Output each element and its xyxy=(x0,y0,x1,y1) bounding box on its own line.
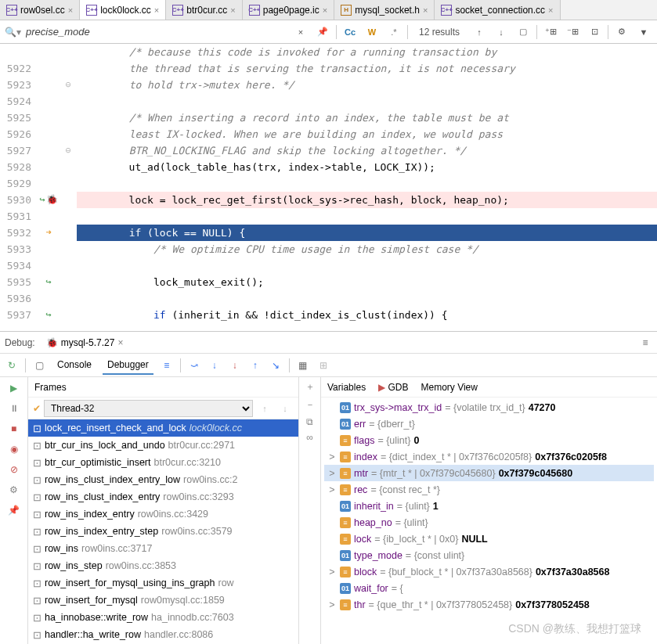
stack-frame[interactable]: ⊡handler::ha_write_row handler.cc:8086 xyxy=(28,626,298,643)
whole-word-button[interactable]: W xyxy=(363,23,381,41)
editor-tab[interactable]: C++socket_connection.cc× xyxy=(435,0,560,20)
code-line[interactable]: if (lock == NULL) { xyxy=(77,225,657,241)
debug-menu-icon[interactable]: ≡ xyxy=(638,336,652,350)
code-line[interactable] xyxy=(77,208,657,225)
close-icon[interactable]: × xyxy=(323,5,327,15)
stack-frame[interactable]: ⊡row_ins_index_entry_step row0ins.cc:357… xyxy=(28,523,298,540)
code-line[interactable]: /* When inserting a record into an index… xyxy=(77,110,657,126)
mute-breakpoints-icon[interactable]: ⊘ xyxy=(6,462,22,477)
code-line[interactable] xyxy=(77,175,657,192)
code-line[interactable] xyxy=(77,93,657,110)
code-line[interactable]: the thread that is serving the transacti… xyxy=(77,60,657,77)
variable-row[interactable]: ≡ heap_no = {ulint} xyxy=(324,514,654,531)
code-line[interactable]: least IX-locked. When we are building an… xyxy=(77,126,657,142)
resume-icon[interactable]: ▶ xyxy=(6,380,22,396)
variable-row[interactable]: ≡ lock = {ib_lock_t * | 0x0} NULL xyxy=(324,531,654,547)
stack-frame[interactable]: ⊡ha_innobase::write_row ha_innodb.cc:760… xyxy=(28,609,298,626)
close-icon[interactable]: × xyxy=(117,337,123,348)
code-line[interactable]: to hold trx->mutex here. */ xyxy=(77,77,657,93)
gdb-tab[interactable]: ▶ GDB xyxy=(378,382,408,393)
variable-row[interactable]: 01 trx_sys->max_trx_id = {volatile trx_i… xyxy=(324,399,654,416)
filter-settings-icon[interactable]: ⚙ xyxy=(613,23,630,41)
console-tab[interactable]: Console xyxy=(52,356,96,375)
variable-row[interactable]: >≡ rec = {const rec_t *} xyxy=(324,481,654,498)
close-icon[interactable]: × xyxy=(548,5,553,15)
thread-selector[interactable]: Thread-32 xyxy=(44,400,253,417)
pause-icon[interactable]: ⏸ xyxy=(6,401,22,416)
next-result-icon[interactable]: ↓ xyxy=(493,23,510,41)
editor-tab[interactable]: C++btr0cur.cc× xyxy=(166,0,242,20)
variable-row[interactable]: >≡ mtr = {mtr_t * | 0x7f379c045680} 0x7f… xyxy=(324,465,654,481)
close-icon[interactable]: × xyxy=(230,5,235,15)
variable-row[interactable]: ≡ flags = {ulint} 0 xyxy=(324,432,654,448)
stack-frame[interactable]: ⊡btr_cur_optimistic_insert btr0cur.cc:32… xyxy=(28,454,298,471)
code-editor[interactable]: 5922592359245925592659275928592959305931… xyxy=(0,44,657,332)
editor-tab[interactable]: Hmysql_socket.h× xyxy=(334,0,435,20)
variable-row[interactable]: 01 inherit_in = {ulint} 1 xyxy=(324,498,654,514)
chevron-icon[interactable]: > xyxy=(327,468,337,479)
view-breakpoints-icon[interactable]: ◉ xyxy=(6,441,22,457)
debug-session-tab[interactable]: 🐞 mysql-5.7.27 × xyxy=(42,336,128,350)
stack-frame[interactable]: ⊡row_insert_for_mysql_using_ins_graph ro… xyxy=(28,574,298,592)
rerun-icon[interactable]: ↻ xyxy=(5,358,19,372)
add-selection-icon[interactable]: ⁺⊞ xyxy=(542,23,559,41)
run-to-cursor-icon[interactable]: ↘ xyxy=(269,358,283,372)
threads-icon[interactable]: ≡ xyxy=(160,358,174,372)
filter-icon[interactable]: ▼ xyxy=(635,23,652,41)
stack-frame[interactable]: ⊡row_ins_step row0ins.cc:3853 xyxy=(28,557,298,574)
close-icon[interactable]: × xyxy=(154,5,159,15)
stack-frame[interactable]: ⊡row_insert_for_mysql row0mysql.cc:1859 xyxy=(28,592,298,609)
step-over-icon[interactable]: ⤻ xyxy=(187,358,201,372)
clear-search-icon[interactable]: × xyxy=(292,23,309,41)
regex-button[interactable]: .* xyxy=(385,23,403,41)
variable-row[interactable]: >≡ thr = {que_thr_t * | 0x7f3778052458} … xyxy=(324,596,654,613)
prev-result-icon[interactable]: ↑ xyxy=(471,23,488,41)
editor-tab[interactable]: C++row0sel.cc× xyxy=(0,0,80,20)
variable-row[interactable]: >≡ index = {dict_index_t * | 0x7f376c020… xyxy=(324,448,654,465)
settings-icon[interactable]: ⊞ xyxy=(316,358,330,372)
search-input[interactable] xyxy=(26,26,287,38)
code-line[interactable]: BTR_NO_LOCKING_FLAG and skip the locking… xyxy=(77,142,657,159)
code-line[interactable]: lock = lock_rec_get_first(lock_sys->rec_… xyxy=(77,192,657,208)
force-step-into-icon[interactable]: ↓ xyxy=(228,358,242,372)
memory-view-tab[interactable]: Memory View xyxy=(421,382,478,393)
export-icon[interactable]: ⊡ xyxy=(586,23,603,41)
code-line[interactable]: if (inherit_in && !dict_index_is_clust(i… xyxy=(77,307,657,323)
chevron-icon[interactable]: > xyxy=(327,567,337,577)
code-line[interactable]: ut_ad(lock_table_has(trx, index->table, … xyxy=(77,159,657,175)
frame-down-icon[interactable]: ↓ xyxy=(276,400,294,417)
close-icon[interactable]: × xyxy=(423,5,428,15)
code-line[interactable]: lock_mutex_exit(); xyxy=(77,274,657,290)
code-line[interactable] xyxy=(77,257,657,274)
code-line[interactable]: /* because this code is invoked for a ru… xyxy=(77,44,657,60)
variable-row[interactable]: 01 wait_for = { xyxy=(324,580,654,596)
stack-frame[interactable]: ⊡row_ins_clust_index_entry row0ins.cc:32… xyxy=(28,488,298,505)
link-icon[interactable]: ∞ xyxy=(306,432,313,443)
chevron-icon[interactable]: > xyxy=(327,599,337,610)
variable-row[interactable]: 01 err = {dberr_t} xyxy=(324,416,654,432)
remove-watch-icon[interactable]: － xyxy=(305,398,315,412)
variable-row[interactable]: >≡ block = {buf_block_t * | 0x7f37a30a85… xyxy=(324,563,654,580)
stop-icon[interactable]: ■ xyxy=(6,421,22,437)
step-into-icon[interactable]: ↓ xyxy=(208,358,222,372)
variable-row[interactable]: 01 type_mode = {const ulint} xyxy=(324,547,654,563)
match-case-button[interactable]: Cc xyxy=(341,23,359,41)
frame-up-icon[interactable]: ↑ xyxy=(256,400,273,417)
pin-panel-icon[interactable]: 📌 xyxy=(6,502,22,518)
editor-tab[interactable]: C++page0page.ic× xyxy=(243,0,335,20)
stack-frame[interactable]: ⊡btr_cur_ins_lock_and_undo btr0cur.cc:29… xyxy=(28,437,298,454)
stack-frame[interactable]: ⊡row_ins_clust_index_entry_low row0ins.c… xyxy=(28,471,298,488)
code-line[interactable]: /* We optimize CPU time usage in the sim… xyxy=(77,241,657,257)
variables-tab[interactable]: Variables xyxy=(327,382,366,393)
copy-icon[interactable]: ⧉ xyxy=(306,416,313,427)
pin-icon[interactable]: 📌 xyxy=(314,23,331,41)
evaluate-icon[interactable]: ▦ xyxy=(296,358,310,372)
debugger-tab[interactable]: Debugger xyxy=(103,356,153,375)
stack-frame[interactable]: ⊡row_ins_index_entry row0ins.cc:3429 xyxy=(28,505,298,523)
step-out-icon[interactable]: ↑ xyxy=(248,358,262,372)
code-line[interactable] xyxy=(77,290,657,307)
editor-tab[interactable]: C++lock0lock.cc× xyxy=(80,0,166,20)
close-icon[interactable]: × xyxy=(68,5,73,15)
chevron-icon[interactable]: > xyxy=(327,452,337,462)
remove-selection-icon[interactable]: ⁻⊞ xyxy=(564,23,581,41)
